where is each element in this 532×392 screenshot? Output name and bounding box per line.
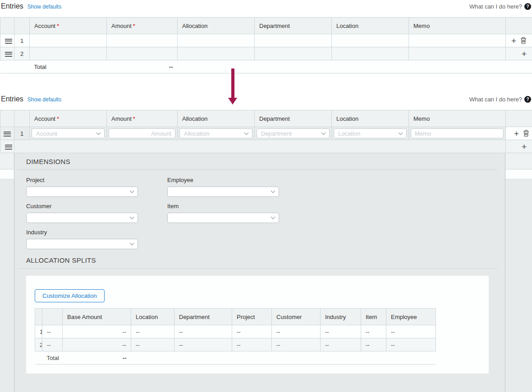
base-amount-column-header: Base Amount bbox=[63, 309, 131, 325]
allocation-select[interactable]: Allocation bbox=[179, 128, 252, 138]
total-amount: -- bbox=[107, 60, 178, 73]
amount-cell[interactable] bbox=[107, 34, 178, 47]
total-row: Total -- bbox=[0, 60, 532, 73]
drag-column-header bbox=[0, 18, 14, 34]
department-select[interactable]: Department bbox=[257, 128, 330, 138]
help-icon[interactable]: ? bbox=[524, 96, 531, 103]
customize-allocation-button[interactable]: Customize Allocation bbox=[35, 289, 105, 302]
header-row: Account* Amount* Allocation Department L… bbox=[0, 18, 532, 34]
drag-handle-cell[interactable] bbox=[0, 127, 14, 140]
item-select[interactable] bbox=[167, 213, 279, 223]
memo-column-header: Memo bbox=[409, 110, 506, 127]
project-column-header: Project bbox=[232, 309, 272, 325]
account-select[interactable]: Account bbox=[32, 128, 105, 138]
drag-handle-icon bbox=[5, 52, 12, 57]
amount-input[interactable] bbox=[109, 128, 175, 138]
department-cell[interactable] bbox=[255, 47, 332, 60]
drag-handle-icon bbox=[4, 132, 11, 137]
add-row-icon[interactable]: + bbox=[522, 50, 527, 58]
department-cell: -- bbox=[174, 338, 232, 351]
employee-label: Employee bbox=[167, 177, 308, 183]
industry-field: Industry bbox=[26, 229, 167, 249]
item-column-header: Item bbox=[361, 309, 386, 325]
dimensions-fields: Project Employee Customer Item bbox=[26, 177, 497, 249]
department-cell: Department bbox=[255, 127, 332, 140]
allocation-placeholder: Allocation bbox=[184, 130, 209, 137]
help-label: What can I do here? bbox=[469, 3, 522, 10]
amount-header-label: Amount bbox=[111, 23, 132, 29]
collapsed-row-body bbox=[14, 140, 506, 153]
drag-column-header bbox=[0, 110, 14, 127]
memo-cell[interactable] bbox=[409, 34, 506, 47]
row-number: 2 bbox=[35, 338, 42, 351]
chevron-down-icon bbox=[399, 130, 403, 135]
account-header-label: Account bbox=[34, 23, 55, 29]
chevron-down-icon bbox=[271, 189, 275, 193]
required-asterisk: * bbox=[133, 23, 135, 29]
industry-select[interactable] bbox=[26, 239, 138, 249]
section-header: Entries Show defaults What can I do here… bbox=[1, 2, 531, 13]
employee-column-header: Employee bbox=[386, 309, 436, 325]
gutter-band bbox=[0, 169, 14, 179]
employee-select[interactable] bbox=[167, 187, 279, 197]
memo-input[interactable] bbox=[411, 128, 504, 138]
allocation-splits-table: Base Amount Location Department Project … bbox=[35, 308, 436, 365]
drag-handle-cell[interactable] bbox=[0, 34, 14, 47]
department-cell: -- bbox=[174, 325, 232, 338]
chevron-down-icon bbox=[96, 130, 101, 135]
location-select[interactable]: Location bbox=[334, 128, 407, 138]
amount-cell bbox=[107, 127, 178, 140]
drag-handle-cell[interactable] bbox=[0, 47, 14, 60]
drag-handle-icon bbox=[5, 39, 12, 44]
item-cell: -- bbox=[361, 338, 386, 351]
department-cell[interactable] bbox=[255, 34, 332, 47]
delete-row-icon[interactable] bbox=[523, 130, 529, 137]
add-row-icon[interactable]: + bbox=[511, 36, 516, 45]
section-header: Entries Show defaults What can I do here… bbox=[1, 95, 531, 106]
chevron-down-icon bbox=[130, 189, 134, 193]
help-icon[interactable]: ? bbox=[524, 3, 531, 10]
location-cell: Location bbox=[332, 127, 409, 140]
item-label: Item bbox=[167, 203, 308, 210]
delete-row-icon[interactable] bbox=[520, 37, 527, 44]
entries-table-before: Account* Amount* Allocation Department L… bbox=[0, 17, 532, 73]
add-row-icon[interactable]: + bbox=[514, 129, 519, 138]
account-placeholder: Account bbox=[36, 130, 57, 137]
total-label: Total bbox=[42, 351, 63, 365]
customer-column-header: Customer bbox=[272, 309, 321, 325]
show-defaults-link[interactable]: Show defaults bbox=[28, 96, 61, 103]
department-column-header: Department bbox=[255, 110, 332, 127]
customer-select[interactable] bbox=[26, 213, 138, 223]
employee-cell: -- bbox=[386, 338, 436, 351]
help-area: What can I do here? ? bbox=[469, 96, 531, 103]
project-select[interactable] bbox=[26, 187, 138, 197]
location-cell[interactable] bbox=[332, 34, 409, 47]
total-spacer bbox=[131, 351, 436, 365]
location-column-header: Location bbox=[131, 309, 174, 325]
location-cell[interactable] bbox=[332, 47, 409, 60]
account-cell[interactable] bbox=[30, 47, 107, 60]
gutter-band bbox=[505, 169, 532, 179]
memo-cell[interactable] bbox=[409, 47, 506, 60]
industry-column-header: Industry bbox=[321, 309, 361, 325]
project-field: Project bbox=[26, 177, 167, 197]
department-column-header: Department bbox=[174, 309, 232, 325]
drag-handle-icon bbox=[5, 145, 12, 150]
chevron-down-icon bbox=[321, 130, 326, 135]
left-gutter bbox=[0, 153, 14, 392]
add-row-icon[interactable]: + bbox=[522, 142, 527, 151]
active-row: 1 Account Allocation Department Location bbox=[0, 127, 532, 140]
employee-cell: -- bbox=[386, 325, 436, 338]
allocation-cell[interactable] bbox=[178, 47, 255, 60]
industry-cell: -- bbox=[321, 338, 361, 351]
allocation-cell[interactable] bbox=[178, 34, 255, 47]
row-number: 2 bbox=[14, 47, 30, 60]
amount-column-header: Amount* bbox=[107, 110, 178, 127]
expanded-row-region: DIMENSIONS Project Employee Customer bbox=[0, 153, 532, 392]
actions-cell: + bbox=[506, 127, 532, 140]
amount-cell[interactable] bbox=[107, 47, 178, 60]
account-column-header: Account* bbox=[30, 18, 107, 34]
drag-handle-cell[interactable] bbox=[0, 140, 14, 153]
show-defaults-link[interactable]: Show defaults bbox=[28, 4, 61, 10]
account-cell[interactable] bbox=[30, 34, 107, 47]
